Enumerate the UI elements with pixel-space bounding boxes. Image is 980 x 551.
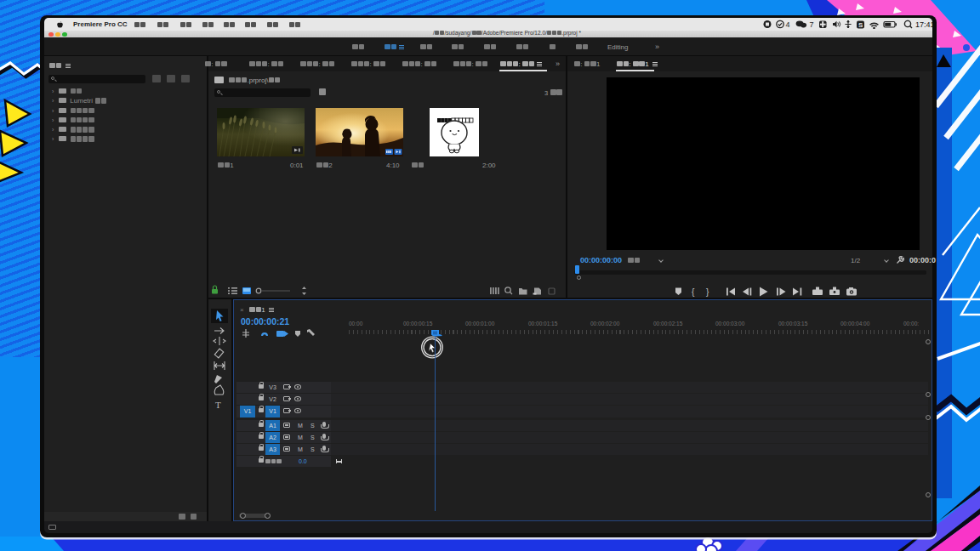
svg-text:4: 4 (786, 20, 790, 29)
svg-text:}: } (706, 287, 709, 297)
svg-text:{: { (692, 287, 695, 297)
svg-text:7: 7 (810, 20, 814, 29)
svg-text:S: S (858, 21, 863, 29)
svg-text:T: T (215, 400, 221, 410)
